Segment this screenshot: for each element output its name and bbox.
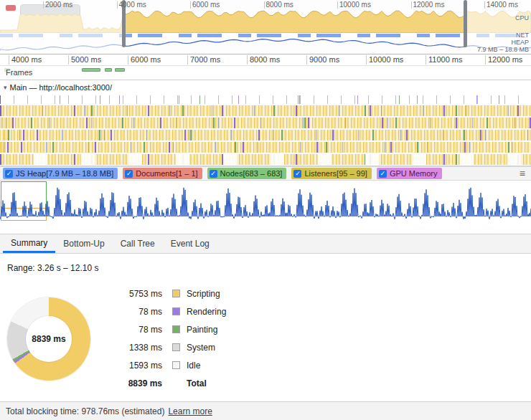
js-heap-counter-trace: [0, 181, 531, 224]
legend-time: 1593 ms: [119, 361, 162, 371]
tab-call-tree[interactable]: Call Tree: [113, 234, 163, 253]
ruler-label: 10000 ms: [366, 55, 403, 65]
heap-range-label: 7.9 MB – 18.8 MB: [477, 46, 529, 53]
checkbox-icon[interactable]: ✓: [210, 170, 217, 178]
checkbox-icon[interactable]: ✓: [5, 170, 13, 178]
timeline-overview[interactable]: 2000 ms4000 ms6000 ms8000 ms10000 ms1200…: [0, 0, 531, 54]
flame-row: [0, 142, 531, 153]
summary-legend-row-system: 1338 msSystem: [119, 338, 226, 356]
record-indicator: [6, 5, 16, 11]
counter-label: JS Heap[7.9 MB – 18.8 MB]: [16, 168, 113, 178]
legend-label: Scripting: [187, 289, 220, 299]
flame-row: [0, 105, 531, 116]
tab-event-log[interactable]: Event Log: [163, 234, 217, 253]
summary-donut-chart: 8839 ms: [7, 297, 90, 381]
legend-swatch: [172, 325, 180, 333]
counter-label: Nodes[683 – 683]: [220, 168, 283, 178]
checkbox-icon[interactable]: ✓: [379, 170, 387, 178]
overview-time-label: 12000 ms: [411, 1, 445, 9]
summary-legend-row-idle: 1593 msIdle: [119, 356, 226, 374]
legend-label: Painting: [187, 325, 217, 335]
frames-track-label: Frames: [4, 68, 34, 77]
devtools-performance-panel: 2000 ms4000 ms6000 ms8000 ms10000 ms1200…: [0, 0, 531, 420]
ruler-label: 6000 ms: [128, 55, 161, 65]
overview-time-label: 10000 ms: [337, 1, 371, 9]
summary-body: 8839 ms 5753 msScripting78 msRendering78…: [0, 276, 531, 392]
heap-track-label: HEAP: [511, 39, 529, 46]
frame-bar: [115, 68, 125, 72]
flame-row: [0, 130, 531, 140]
summary-legend-row-total: 8839 msTotal: [119, 374, 226, 392]
counter-toggle-gpu-memory[interactable]: ✓GPU Memory: [377, 168, 442, 179]
counter-toggle-listeners[interactable]: ✓Listeners[95 – 99]: [291, 168, 371, 179]
detail-tabs: SummaryBottom-UpCall TreeEvent Log: [0, 234, 531, 254]
legend-swatch: [172, 290, 180, 297]
status-bar: Total blocking time: 978.76ms (estimated…: [0, 401, 531, 420]
main-flame-chart[interactable]: [0, 95, 531, 166]
summary-panel: Range: 3.26 s – 12.10 s 8839 ms 5753 msS…: [0, 254, 531, 401]
legend-swatch: [172, 361, 180, 369]
legend-time: 8839 ms: [119, 378, 162, 388]
overview-time-label: 6000 ms: [190, 1, 220, 9]
tab-summary[interactable]: Summary: [3, 234, 55, 253]
legend-label: Rendering: [187, 307, 226, 317]
ruler-label: 9000 ms: [306, 55, 339, 65]
summary-legend-row-scripting: 5753 msScripting: [119, 285, 226, 302]
main-track-title: Main — http://localhost:3000/: [10, 83, 112, 92]
summary-legend: 5753 msScripting78 msRendering78 msPaint…: [119, 285, 226, 392]
overview-time-label: 4000 ms: [117, 1, 146, 9]
main-track-header[interactable]: ▾ Main — http://localhost:3000/: [0, 80, 531, 95]
learn-more-link[interactable]: Learn more: [168, 406, 212, 416]
net-track-label: NET: [516, 32, 529, 39]
legend-time: 1338 ms: [119, 343, 162, 353]
legend-label: System: [187, 343, 215, 353]
ruler-label: 4000 ms: [9, 55, 42, 65]
counter-label: GPU Memory: [390, 168, 438, 178]
overflow-menu-icon[interactable]: ≡: [517, 168, 528, 179]
counter-label: Documents[1 – 1]: [136, 168, 197, 178]
legend-label: Idle: [187, 361, 200, 371]
ruler-label: 8000 ms: [247, 55, 280, 65]
frame-bar: [105, 68, 112, 72]
memory-counter-graph[interactable]: [0, 181, 531, 224]
counter-toggle-nodes[interactable]: ✓Nodes[683 – 683]: [207, 168, 287, 179]
donut-total-label: 8839 ms: [26, 316, 72, 362]
selection-handle-right[interactable]: [464, 0, 467, 47]
counter-label: Listeners[95 – 99]: [304, 168, 367, 178]
legend-time: 78 ms: [119, 307, 162, 317]
memory-counters-bar: ✓JS Heap[7.9 MB – 18.8 MB]✓Documents[1 –…: [0, 166, 531, 181]
total-blocking-time-text: Total blocking time: 978.76ms (estimated…: [6, 406, 164, 416]
ruler-label: 7000 ms: [187, 55, 220, 65]
flame-row: [0, 154, 531, 165]
overview-time-label: 2000 ms: [43, 1, 72, 9]
frames-track[interactable]: Frames: [0, 66, 531, 80]
counter-chips: ✓JS Heap[7.9 MB – 18.8 MB]✓Documents[1 –…: [3, 168, 442, 179]
ruler-label: 12000 ms: [485, 55, 522, 65]
legend-swatch: [172, 307, 180, 315]
checkbox-icon[interactable]: ✓: [293, 170, 301, 178]
summary-legend-row-rendering: 78 msRendering: [119, 302, 226, 320]
range-text: Range: 3.26 s – 12.10 s: [0, 254, 531, 276]
ruler-label: 11000 ms: [426, 55, 463, 65]
cpu-track-label: CPU: [515, 14, 529, 22]
legend-time: 78 ms: [119, 325, 162, 335]
legend-label: Total: [187, 378, 207, 388]
flame-row: [0, 95, 531, 104]
checkbox-icon[interactable]: ✓: [125, 170, 133, 178]
counter-toggle-documents[interactable]: ✓Documents[1 – 1]: [123, 168, 202, 179]
counter-toggle-js-heap[interactable]: ✓JS Heap[7.9 MB – 18.8 MB]: [3, 168, 118, 179]
overview-time-label: 8000 ms: [264, 1, 293, 9]
legend-time: 5753 ms: [119, 289, 162, 299]
timeline-ruler[interactable]: 4000 ms5000 ms6000 ms7000 ms8000 ms9000 …: [0, 54, 531, 66]
tab-bottom-up[interactable]: Bottom-Up: [55, 234, 112, 253]
frame-bar: [82, 68, 100, 72]
summary-legend-row-painting: 78 msPainting: [119, 320, 226, 338]
ruler-label: 5000 ms: [68, 55, 101, 65]
legend-swatch: [172, 343, 180, 351]
flame-row: [0, 118, 531, 128]
panel-spacer: [0, 224, 531, 234]
overview-time-label: 14000 ms: [484, 1, 518, 9]
disclosure-triangle-icon[interactable]: ▾: [4, 84, 7, 91]
